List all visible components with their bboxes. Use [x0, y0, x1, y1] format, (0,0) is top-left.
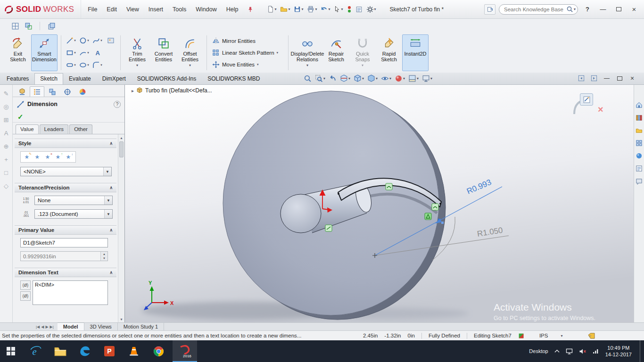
previous-view-button[interactable] [328, 73, 338, 84]
tray-volume-muted-icon[interactable] [579, 348, 586, 354]
knowledge-base-icon[interactable] [484, 4, 495, 15]
taskbar-powerpoint[interactable]: P [99, 340, 120, 362]
tab-solidworks-add-ins[interactable]: SOLIDWORKS Add-Ins [132, 73, 202, 84]
relation-badge[interactable] [386, 183, 392, 190]
strip-grid-icon[interactable]: ⊞ [4, 117, 9, 123]
dimension-text-area[interactable]: R<DIM> [33, 280, 108, 305]
instant2d-button[interactable]: Instant2D [402, 34, 429, 71]
search-icon[interactable] [566, 6, 573, 13]
display-delete-relations-button[interactable]: Display/Delete Relations ▾ [292, 34, 323, 71]
prev-tab-button[interactable]: ◀ [41, 325, 44, 329]
tab-other[interactable]: Other [69, 124, 92, 134]
part-name-label[interactable]: Turbo fin (Default<<Defa... [145, 87, 212, 94]
strip-anchor-icon[interactable]: ⊕ [4, 143, 9, 149]
tab-3d-views[interactable]: 3D Views [84, 323, 118, 330]
sketch-picture-tool[interactable] [104, 35, 117, 47]
taskbar-edge[interactable] [74, 340, 95, 362]
file-explorer-icon[interactable] [635, 126, 643, 134]
sketch-rectangle-tool[interactable]: ▾ [65, 47, 77, 59]
unit-precision-dropdown[interactable]: .123 (Document)▼ [34, 209, 113, 219]
style-dropdown[interactable]: <NONE>▼ [20, 167, 112, 176]
graphics-area[interactable]: R1.050 R0.993 Y X ▸ Turbo fin [125, 85, 634, 322]
tolerance-type-dropdown[interactable]: None▼ [34, 196, 113, 205]
strip-target-icon[interactable]: ◎ [3, 104, 8, 110]
previous-document-button[interactable] [577, 74, 586, 82]
tab-value[interactable]: Value [16, 124, 39, 134]
primary-value-section-header[interactable]: Primary Value∧ [15, 225, 116, 235]
strip-diamond-icon[interactable]: ◇ [4, 183, 8, 189]
units-label[interactable]: IPS [539, 333, 548, 338]
tray-network-icon[interactable] [593, 348, 599, 354]
doc-restore-button[interactable] [615, 74, 624, 82]
smart-dimension-button[interactable]: Smart Dimension [31, 34, 58, 71]
move-entities-button[interactable]: Move Entities ▾ [210, 59, 285, 70]
desktop-toolbar-label[interactable]: Desktop [529, 348, 548, 354]
menu-tools[interactable]: Tools [168, 3, 191, 16]
scroll-down-icon[interactable]: ▼ [118, 316, 124, 322]
apply-default-style-button[interactable]: ★✎ [22, 153, 32, 161]
tab-display-manager[interactable] [75, 86, 90, 97]
units-caret-icon[interactable]: ▾ [561, 334, 562, 338]
maximize-button[interactable] [612, 4, 625, 15]
taskbar-solidworks[interactable]: 2016 [173, 340, 197, 362]
relation-badge-selected[interactable] [425, 213, 431, 220]
sketch-slot-tool[interactable]: ▾ [65, 59, 77, 71]
tab-dimxpert[interactable]: DimXpert [97, 73, 132, 84]
search-input[interactable] [504, 7, 566, 12]
taskbar-clock[interactable]: 10:49 PM 14-12-2017 [605, 345, 632, 358]
scroll-up-icon[interactable]: ▲ [118, 134, 124, 141]
search-scope-caret-icon[interactable]: ▾ [574, 7, 576, 11]
load-style-button[interactable]: ★↓ [64, 153, 73, 161]
tab-motion-study-1[interactable]: Motion Study 1 [118, 323, 164, 330]
show-desktop-button[interactable] [640, 340, 642, 362]
panel-scrollbar[interactable]: ▲ ▼ [118, 134, 124, 322]
dimension-value-field[interactable] [20, 251, 108, 261]
trim-entities-button[interactable]: Trim Entities ▾ [124, 34, 150, 71]
taskbar-internet-explorer[interactable]: e [25, 340, 46, 362]
sketch-endpoint[interactable] [338, 193, 339, 195]
strip-sketch-icon[interactable]: ✎ [4, 90, 9, 97]
feature-tree-flyout[interactable]: ▸ Turbo fin (Default<<Defa... [132, 87, 212, 94]
next-document-button[interactable] [590, 74, 598, 82]
open-document-button[interactable]: ▾ [279, 3, 291, 16]
dropdown-caret-icon[interactable]: ▾ [136, 63, 138, 68]
linear-sketch-pattern-button[interactable]: Linear Sketch Pattern ▾ [210, 48, 285, 58]
mirror-entities-button[interactable]: Mirror Entities [210, 36, 285, 46]
menu-file[interactable]: File [83, 3, 102, 16]
dropdown-arrow-icon[interactable]: ▼ [104, 196, 112, 205]
close-button[interactable]: × [628, 4, 640, 15]
style-section-header[interactable]: Style∧ [15, 139, 116, 148]
strip-frame-icon[interactable]: □ [4, 170, 8, 176]
rebuild-traffic-button[interactable] [346, 3, 353, 16]
dropdown-arrow-icon[interactable]: ▼ [104, 210, 112, 218]
diameter-symbol-button[interactable]: (Ø) [20, 280, 31, 290]
panel-help-button[interactable]: ? [114, 101, 121, 108]
tree-expand-caret-icon[interactable]: ▸ [132, 88, 134, 93]
tab-solidworks-mbd[interactable]: SOLIDWORKS MBD [202, 73, 265, 84]
dimension-name-field[interactable] [20, 238, 108, 247]
tray-display-icon[interactable] [566, 348, 573, 354]
rapid-sketch-button[interactable]: Rapid Sketch [376, 34, 402, 71]
forum-icon[interactable] [635, 177, 643, 185]
sketch-arc-tool[interactable]: ▾ [78, 47, 91, 59]
custom-properties-icon[interactable] [635, 165, 643, 172]
cylinder-front-cap[interactable] [281, 194, 321, 233]
print-button[interactable]: ▾ [305, 3, 318, 16]
dropdown-caret-icon[interactable]: ▾ [189, 63, 191, 68]
ok-check-button[interactable]: ✓ [17, 113, 24, 121]
cancel-sketch-button[interactable]: × [598, 105, 603, 114]
toolbar-grid-button[interactable] [9, 20, 21, 32]
tab-feature-tree[interactable] [15, 86, 29, 97]
tab-dimxpert-manager[interactable] [60, 86, 74, 97]
tab-property-manager[interactable] [30, 86, 44, 97]
sketch-circle-tool[interactable]: ▾ [78, 35, 91, 47]
delete-style-button[interactable]: ★× [43, 153, 52, 161]
tab-leaders[interactable]: Leaders [40, 124, 69, 134]
zoom-to-fit-button[interactable] [303, 73, 313, 84]
last-tab-button[interactable]: ▶| [50, 325, 54, 329]
save-button[interactable]: ▾ [292, 3, 305, 16]
unit-system-selector[interactable]: IPS ▾ [539, 333, 563, 338]
zoom-to-area-button[interactable]: ▾ [314, 73, 326, 84]
collapse-chevron-icon[interactable]: ∧ [109, 228, 113, 232]
edit-appearance-button[interactable]: ▾ [394, 73, 406, 84]
